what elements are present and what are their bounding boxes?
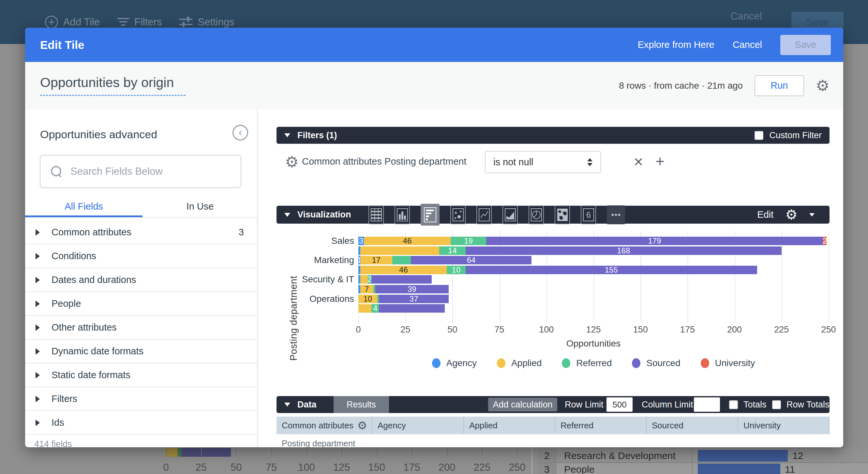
field-group-item[interactable]: Dates and durations — [25, 268, 257, 292]
tile-title-row: Opportunities by origin 8 rows · from ca… — [25, 62, 843, 109]
table-header-cell[interactable]: University — [738, 417, 830, 434]
filters-panel-header[interactable]: Filters (1) Custom Filter — [277, 127, 830, 144]
bar-segment-sourced[interactable]: 168 — [466, 247, 782, 255]
dashboard-settings-button[interactable]: Settings — [179, 16, 234, 28]
bar-segment-applied[interactable]: 46 — [364, 237, 450, 245]
viz-edit-button[interactable]: Edit — [757, 209, 773, 220]
map-icon[interactable] — [555, 206, 570, 224]
table-header-cell[interactable]: Referred — [555, 417, 647, 434]
filter-gear-icon[interactable]: ⚙ — [285, 154, 299, 169]
add-filter-icon[interactable]: + — [655, 152, 664, 170]
modal-save-button[interactable]: Save — [780, 35, 831, 55]
bar-segment-sourced[interactable]: 179 — [486, 237, 823, 245]
row-limit-input[interactable] — [607, 398, 632, 412]
table-header-cell[interactable]: Agency — [372, 417, 464, 434]
row-totals-checkbox[interactable] — [772, 400, 781, 409]
chart-bar-row[interactable]: 1037 — [358, 295, 449, 303]
legend-item[interactable]: University — [701, 358, 755, 368]
background-table-row: 3People11 — [538, 463, 868, 474]
more-icon[interactable] — [607, 206, 625, 224]
search-fields-input[interactable] — [70, 166, 227, 177]
field-group-item[interactable]: Other attributes — [25, 316, 257, 340]
chart-bar-row[interactable]: 4 — [358, 304, 445, 313]
field-group-label: Other attributes — [52, 322, 117, 333]
legend-item[interactable]: Referred — [562, 358, 612, 368]
column-gear-icon[interactable]: ⚙ — [358, 419, 367, 432]
bar-segment-applied[interactable]: 17 — [360, 256, 392, 264]
search-fields-box[interactable] — [40, 155, 241, 188]
table-header-cell[interactable]: Common attributes⚙ — [277, 417, 372, 434]
bar-segment-referred[interactable]: 10 — [447, 266, 466, 274]
bar-segment-referred[interactable]: 14 — [439, 247, 466, 255]
tile-title-input[interactable]: Opportunities by origin — [40, 75, 186, 96]
chart-bar-row[interactable]: 11764 — [358, 256, 531, 264]
bar-segment-applied[interactable] — [360, 275, 368, 284]
remove-filter-icon[interactable]: ✕ — [633, 155, 644, 169]
single-value-icon[interactable]: 6 — [581, 206, 596, 224]
chart-bar-row[interactable]: 346191792 — [358, 237, 827, 245]
table-header-cell[interactable]: Applied — [464, 417, 555, 434]
bar-segment-applied[interactable]: 10 — [358, 295, 377, 303]
pie-chart-icon[interactable] — [529, 206, 544, 224]
bar-segment-sourced[interactable]: 37 — [379, 295, 448, 303]
column-limit-input[interactable] — [694, 398, 720, 412]
collapse-sidebar-button[interactable]: ‹ — [232, 125, 248, 140]
table-header-cell[interactable]: Sourced — [647, 417, 738, 434]
chevron-down-icon[interactable] — [809, 213, 814, 217]
legend-item[interactable]: Agency — [432, 358, 477, 368]
chart-bar-row[interactable]: 739 — [358, 285, 449, 293]
tab-in-use[interactable]: In Use — [143, 197, 257, 216]
chart-bar-row[interactable]: 4610155 — [358, 266, 757, 274]
table-icon[interactable] — [368, 206, 384, 224]
chart-bar-row[interactable]: 14168 — [358, 247, 782, 255]
bar-segment-sourced[interactable]: 64 — [411, 256, 531, 264]
tab-all-fields[interactable]: All Fields — [25, 197, 143, 216]
field-group-item[interactable]: Ids — [25, 411, 257, 435]
add-tile-button[interactable]: Add Tile — [45, 15, 100, 29]
bar-segment-sourced[interactable]: 39 — [375, 285, 449, 293]
run-button[interactable]: Run — [754, 75, 804, 96]
bar-segment-university[interactable]: 2 — [823, 237, 827, 245]
chart-bar-row[interactable]: 2 — [358, 275, 432, 284]
bar-chart-icon[interactable] — [421, 204, 439, 226]
field-group-item[interactable]: Common attributes3 — [25, 221, 257, 245]
scatter-chart-icon[interactable] — [450, 206, 466, 224]
column-chart-icon[interactable] — [395, 206, 410, 224]
bar-segment-referred[interactable] — [392, 256, 411, 264]
bar-segment-sourced[interactable]: 155 — [466, 266, 757, 274]
bar-segment-referred[interactable]: 19 — [451, 237, 487, 245]
explore-from-here-button[interactable]: Explore from Here — [638, 39, 714, 50]
viz-gear-icon[interactable]: ⚙ — [785, 208, 798, 222]
bar-segment-agency[interactable]: 3 — [358, 237, 364, 245]
query-gear-icon[interactable]: ⚙ — [816, 78, 830, 93]
field-group-item[interactable]: Dynamic date formats — [25, 340, 257, 364]
dashboard-filters-button[interactable]: Filters — [117, 16, 162, 28]
field-group-label: Filters — [52, 393, 77, 404]
add-calculation-button[interactable]: Add calculation — [488, 398, 557, 411]
bar-segment-sourced[interactable] — [379, 304, 445, 313]
bar-segment-referred[interactable]: 4 — [371, 304, 379, 313]
bar-segment-sourced[interactable] — [371, 275, 432, 284]
field-group-item[interactable]: Filters — [25, 387, 257, 411]
field-group-item[interactable]: Conditions — [25, 245, 257, 268]
results-tab[interactable]: Results — [334, 396, 389, 413]
area-chart-icon[interactable] — [502, 206, 518, 224]
bar-segment-applied[interactable] — [358, 304, 371, 313]
custom-filter-checkbox[interactable] — [754, 131, 763, 140]
visualization-panel-header[interactable]: Visualization 6 Edit ⚙ — [277, 206, 830, 224]
filter-operator-select[interactable]: is not null — [485, 151, 601, 173]
data-panel-header[interactable]: Data Results Add calculation Row Limit C… — [277, 396, 830, 413]
explore-heading: Opportunities advanced — [40, 128, 157, 141]
field-group-item[interactable]: Static date formats — [25, 364, 257, 387]
bar-segment-referred[interactable]: 2 — [368, 275, 372, 284]
filter-operator-value: is not null — [493, 157, 533, 167]
legend-item[interactable]: Sourced — [632, 358, 680, 368]
legend-item[interactable]: Applied — [497, 358, 541, 368]
modal-cancel-button[interactable]: Cancel — [733, 39, 762, 50]
field-group-item[interactable]: People — [25, 292, 257, 316]
bar-segment-applied[interactable]: 46 — [360, 266, 447, 274]
bar-segment-applied[interactable] — [360, 247, 439, 255]
totals-checkbox[interactable] — [729, 400, 738, 409]
bar-segment-applied[interactable]: 7 — [360, 285, 373, 293]
line-chart-icon[interactable] — [476, 206, 492, 224]
